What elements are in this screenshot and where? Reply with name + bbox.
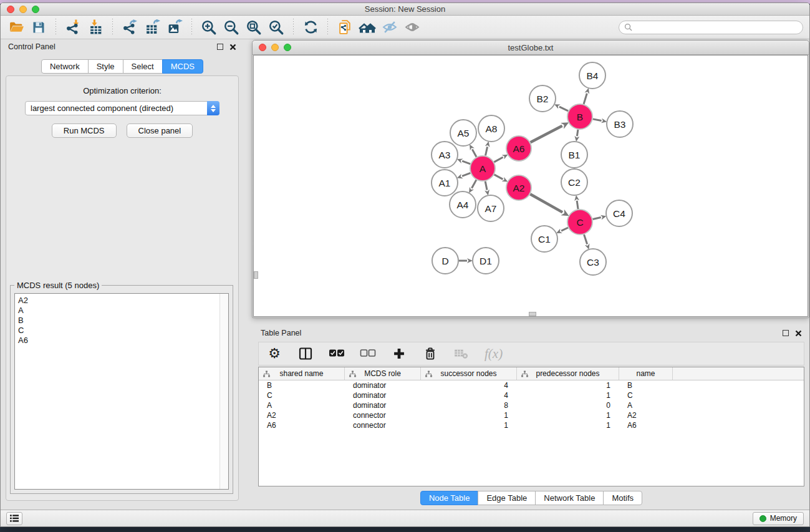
network-window-titlebar[interactable]: testGlobe.txt: [253, 41, 809, 55]
tab-network-table[interactable]: Network Table: [535, 491, 604, 505]
edge-C-C3[interactable]: [584, 235, 587, 244]
node-C4[interactable]: C4: [606, 200, 632, 226]
export-image-button[interactable]: [165, 18, 184, 37]
node-C3[interactable]: C3: [580, 249, 606, 275]
tab-node-table[interactable]: Node Table: [420, 491, 479, 505]
tab-motifs[interactable]: Motifs: [603, 491, 642, 505]
mcds-result-item[interactable]: A6: [18, 336, 216, 346]
float-panel-icon[interactable]: [217, 44, 223, 50]
v-scroll-thumb[interactable]: [254, 271, 258, 279]
import-network-button[interactable]: [64, 18, 82, 37]
close-panel-icon[interactable]: [229, 44, 236, 51]
tab-style[interactable]: Style: [88, 59, 123, 74]
column-header-name[interactable]: name: [619, 367, 673, 380]
edge-A6-B[interactable]: [531, 126, 562, 143]
node-B1[interactable]: B1: [561, 142, 587, 168]
network-graph[interactable]: B4B2BB3B1A5A8A3A6AA1A2C2A4A7C4CC1C3DD1: [254, 56, 808, 317]
node-C2[interactable]: C2: [561, 169, 587, 195]
zoom-selected-button[interactable]: [267, 18, 286, 37]
zoom-fit-button[interactable]: [244, 18, 263, 37]
edge-A-A3[interactable]: [462, 161, 470, 164]
edge-A-A7[interactable]: [485, 181, 487, 190]
table-row[interactable]: Bdominator41B: [259, 380, 804, 390]
tab-mcds[interactable]: MCDS: [162, 59, 203, 74]
edge-A2-C[interactable]: [530, 194, 562, 212]
tab-edge-table[interactable]: Edge Table: [478, 491, 536, 505]
select-all-button[interactable]: [329, 346, 345, 362]
node-A[interactable]: A: [470, 156, 495, 181]
app-titlebar[interactable]: Session: New Session: [1, 3, 809, 16]
export-network-button[interactable]: [120, 18, 139, 37]
node-A4[interactable]: A4: [450, 191, 476, 218]
table-row[interactable]: A6connector11A6: [259, 420, 804, 430]
open-session-button[interactable]: [335, 18, 354, 37]
edge-C-C4[interactable]: [592, 218, 600, 220]
column-header-MCDS-role[interactable]: MCDS role: [345, 367, 421, 380]
node-A8[interactable]: A8: [478, 115, 504, 142]
tab-select[interactable]: Select: [123, 59, 163, 74]
column-header-predecessor-nodes[interactable]: predecessor nodes: [517, 367, 619, 380]
edge-A-A5[interactable]: [472, 149, 476, 157]
export-table-button[interactable]: [143, 18, 162, 37]
close-table-panel-icon[interactable]: [795, 330, 802, 337]
edge-B-B2[interactable]: [559, 107, 568, 111]
edge-A-A2[interactable]: [494, 175, 503, 179]
edge-A-A1[interactable]: [462, 173, 470, 176]
node-B2[interactable]: B2: [529, 85, 556, 112]
save-session-button[interactable]: [29, 18, 48, 37]
node-D[interactable]: D: [432, 248, 458, 274]
mcds-result-item[interactable]: C: [18, 326, 216, 336]
search-input[interactable]: [635, 23, 798, 32]
edge-A-A4[interactable]: [471, 180, 476, 188]
split-columns-button[interactable]: [297, 346, 314, 362]
node-A6[interactable]: A6: [506, 136, 531, 161]
zoom-out-button[interactable]: [222, 18, 241, 37]
node-B[interactable]: B: [567, 104, 592, 129]
edge-C-C2[interactable]: [577, 201, 578, 209]
edge-A-A6[interactable]: [494, 157, 503, 162]
table-row[interactable]: Cdominator41C: [259, 390, 804, 400]
table-row[interactable]: A2connector11A2: [259, 410, 804, 420]
edge-B-B1[interactable]: [577, 130, 578, 137]
criterion-select[interactable]: largest connected component (directed): [25, 101, 219, 115]
mcds-result-item[interactable]: A2: [18, 296, 216, 306]
deselect-all-button[interactable]: [360, 346, 376, 362]
node-A5[interactable]: A5: [450, 120, 476, 146]
node-A1[interactable]: A1: [432, 170, 458, 196]
mcds-result-item[interactable]: B: [18, 316, 216, 326]
refresh-layout-button[interactable]: [301, 18, 320, 37]
node-A2[interactable]: A2: [506, 175, 531, 200]
close-panel-button[interactable]: Close panel: [127, 123, 193, 138]
node-B3[interactable]: B3: [607, 111, 633, 137]
float-table-panel-icon[interactable]: [783, 330, 789, 336]
list-scrollbar[interactable]: [219, 294, 228, 489]
edge-B-B4[interactable]: [584, 94, 587, 104]
network-canvas[interactable]: B4B2BB3B1A5A8A3A6AA1A2C2A4A7C4CC1C3DD1: [253, 55, 808, 317]
hide-panel-button[interactable]: [380, 18, 399, 37]
node-A3[interactable]: A3: [432, 142, 458, 168]
edge-A-A8[interactable]: [485, 147, 487, 155]
edge-B-B3[interactable]: [593, 119, 602, 121]
open-file-button[interactable]: [7, 18, 26, 37]
task-history-button[interactable]: [6, 512, 22, 525]
node-C1[interactable]: C1: [531, 226, 557, 252]
node-D1[interactable]: D1: [473, 248, 499, 274]
table-row[interactable]: Adominator80A: [259, 400, 804, 410]
delete-column-button[interactable]: [422, 346, 438, 362]
network-home-button[interactable]: [358, 18, 377, 37]
add-column-button[interactable]: [391, 346, 407, 362]
import-table-button[interactable]: [86, 18, 105, 37]
tab-network[interactable]: Network: [41, 59, 89, 74]
settings-gear-button[interactable]: ⚙: [266, 346, 282, 362]
column-header-shared-name[interactable]: shared name: [259, 367, 345, 380]
h-scroll-thumb[interactable]: [529, 312, 536, 316]
node-B4[interactable]: B4: [579, 62, 605, 89]
run-mcds-button[interactable]: Run MCDS: [52, 123, 117, 138]
zoom-in-button[interactable]: [200, 18, 218, 37]
column-header-successor-nodes[interactable]: successor nodes: [421, 367, 517, 380]
node-C[interactable]: C: [567, 210, 592, 235]
mcds-result-item[interactable]: A: [18, 306, 216, 316]
node-A7[interactable]: A7: [478, 195, 504, 221]
memory-button[interactable]: Memory: [753, 512, 804, 525]
edge-C-C1[interactable]: [561, 228, 568, 231]
